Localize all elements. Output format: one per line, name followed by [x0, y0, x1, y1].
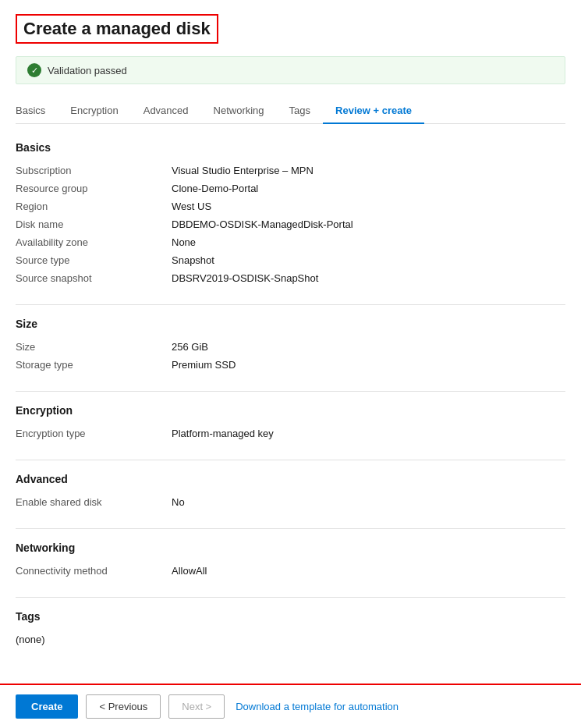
row-encryption-type: Encryption type Platform-managed key — [16, 424, 565, 442]
label-availability-zone: Availability zone — [16, 236, 172, 248]
value-subscription: Visual Studio Enterprise – MPN — [172, 165, 314, 176]
page-title: Create a managed disk — [16, 14, 218, 44]
row-disk-name: Disk name DBDEMO-OSDISK-ManagedDisk-Port… — [16, 215, 565, 233]
row-tags-value: (none) — [16, 630, 565, 648]
section-advanced: Advanced Enable shared disk No — [16, 473, 565, 511]
value-storage-type: Premium SSD — [172, 359, 236, 371]
section-tags: Tags (none) — [16, 610, 565, 648]
row-enable-shared-disk: Enable shared disk No — [16, 493, 565, 511]
label-subscription: Subscription — [16, 165, 172, 176]
divider-4 — [16, 528, 565, 529]
value-tags: (none) — [16, 634, 45, 645]
divider-3 — [16, 460, 565, 460]
section-advanced-title: Advanced — [16, 473, 565, 485]
section-encryption-title: Encryption — [16, 404, 565, 417]
label-encryption-type: Encryption type — [16, 428, 172, 439]
divider-5 — [16, 597, 565, 598]
section-size: Size Size 256 GiB Storage type Premium S… — [16, 318, 565, 374]
row-source-type: Source type Snapshot — [16, 251, 565, 269]
value-encryption-type: Platform-managed key — [172, 428, 274, 439]
section-encryption: Encryption Encryption type Platform-mana… — [16, 404, 565, 442]
value-source-snapshot: DBSRV2019-OSDISK-SnapShot — [172, 272, 318, 284]
section-basics: Basics Subscription Visual Studio Enterp… — [16, 141, 565, 287]
tab-tags[interactable]: Tags — [277, 98, 323, 124]
tab-networking[interactable]: Networking — [201, 98, 277, 124]
row-subscription: Subscription Visual Studio Enterprise – … — [16, 162, 565, 179]
row-connectivity-method: Connectivity method AllowAll — [16, 562, 565, 580]
label-resource-group: Resource group — [16, 183, 172, 194]
label-enable-shared-disk: Enable shared disk — [16, 496, 172, 508]
row-storage-type: Storage type Premium SSD — [16, 356, 565, 374]
label-size: Size — [16, 341, 172, 353]
divider-1 — [16, 304, 565, 305]
section-networking-title: Networking — [16, 542, 565, 554]
tab-advanced[interactable]: Advanced — [131, 98, 201, 124]
tab-review-create[interactable]: Review + create — [323, 98, 424, 124]
value-connectivity-method: AllowAll — [172, 565, 207, 577]
footer: Create < Previous Next > Download a temp… — [0, 684, 581, 728]
row-region: Region West US — [16, 197, 565, 215]
label-region: Region — [16, 201, 172, 212]
section-basics-title: Basics — [16, 141, 565, 154]
row-source-snapshot: Source snapshot DBSRV2019-OSDISK-SnapSho… — [16, 269, 565, 287]
value-enable-shared-disk: No — [172, 496, 185, 508]
tab-encryption[interactable]: Encryption — [58, 98, 130, 124]
label-source-type: Source type — [16, 254, 172, 266]
label-storage-type: Storage type — [16, 359, 172, 371]
create-button[interactable]: Create — [16, 694, 78, 719]
value-availability-zone: None — [172, 236, 196, 248]
row-resource-group: Resource group Clone-Demo-Portal — [16, 179, 565, 197]
next-button[interactable]: Next > — [168, 694, 225, 719]
section-networking: Networking Connectivity method AllowAll — [16, 542, 565, 580]
value-disk-name: DBDEMO-OSDISK-ManagedDisk-Portal — [172, 218, 353, 230]
row-size: Size 256 GiB — [16, 338, 565, 356]
value-resource-group: Clone-Demo-Portal — [172, 183, 258, 194]
label-disk-name: Disk name — [16, 218, 172, 230]
value-region: West US — [172, 201, 211, 212]
validation-banner: ✓ Validation passed — [16, 56, 565, 84]
download-template-link[interactable]: Download a template for automation — [236, 701, 399, 712]
validation-icon: ✓ — [27, 63, 41, 77]
value-source-type: Snapshot — [172, 254, 214, 266]
previous-button[interactable]: < Previous — [86, 694, 161, 719]
tab-basics[interactable]: Basics — [16, 98, 58, 124]
tab-bar: Basics Encryption Advanced Networking Ta… — [16, 98, 565, 124]
section-tags-title: Tags — [16, 610, 565, 623]
label-source-snapshot: Source snapshot — [16, 272, 172, 284]
value-size: 256 GiB — [172, 341, 208, 353]
label-connectivity-method: Connectivity method — [16, 565, 172, 577]
row-availability-zone: Availability zone None — [16, 233, 565, 251]
section-size-title: Size — [16, 318, 565, 330]
divider-2 — [16, 391, 565, 392]
validation-text: Validation passed — [48, 65, 127, 76]
